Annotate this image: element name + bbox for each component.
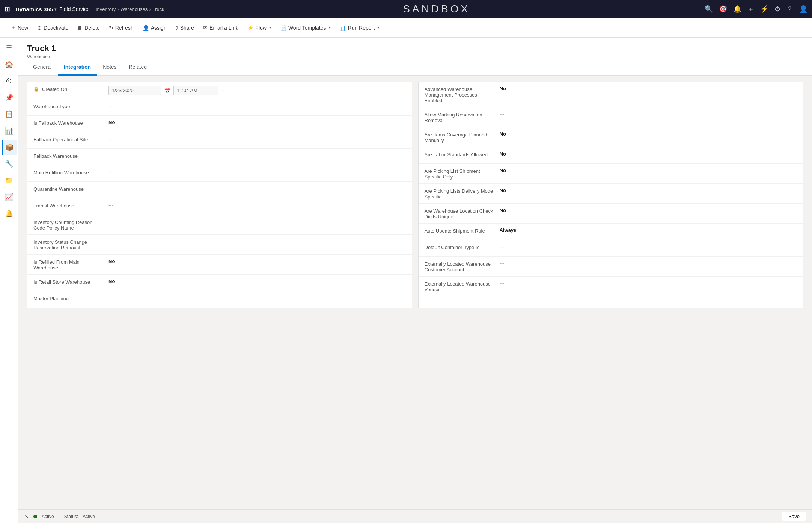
field-row-auto-update: Auto Update Shipment Rule Always xyxy=(419,224,803,240)
refresh-button[interactable]: ↻ Refresh xyxy=(104,23,138,33)
delete-button[interactable]: 🗑 Delete xyxy=(73,23,104,33)
breadcrumb: Inventory › Warehouses › Truck 1 xyxy=(96,6,169,12)
sidebar-toggle[interactable]: ☰ xyxy=(2,41,17,56)
status-expand-icon[interactable]: ⤡ xyxy=(24,513,29,520)
form-content: 🔒 Created On 1/23/2020 📅 11:04 AM ··· Wa… xyxy=(18,76,812,509)
field-row-container-type: Default Container Type Id --- xyxy=(419,240,803,257)
bell-icon[interactable]: 🔔 xyxy=(733,5,741,13)
share-button[interactable]: ⤴ Share xyxy=(171,23,199,33)
field-value-fallback-warehouse: --- xyxy=(108,153,406,158)
time-ellipsis: ··· xyxy=(221,88,226,93)
left-column: 🔒 Created On 1/23/2020 📅 11:04 AM ··· Wa… xyxy=(27,82,412,308)
field-row-fallback-warehouse: Fallback Warehouse --- xyxy=(27,149,412,165)
email-link-button[interactable]: ✉ Email a Link xyxy=(199,23,243,33)
run-report-button[interactable]: 📊 Run Report ▾ xyxy=(335,23,384,33)
field-value-warehouse-type: --- xyxy=(108,103,406,109)
settings-icon[interactable]: ⚙ xyxy=(774,5,780,13)
command-bar: ＋ New ⊙ Deactivate 🗑 Delete ↻ Refresh 👤 … xyxy=(0,18,812,38)
field-value-adv-wm: No xyxy=(500,86,797,91)
lock-icon: 🔒 xyxy=(33,86,39,92)
breadcrumb-truck1[interactable]: Truck 1 xyxy=(152,6,169,12)
field-row-inventory-status: Inventory Status Change Reservation Remo… xyxy=(27,235,412,255)
sidebar-item-files[interactable]: 📁 xyxy=(2,173,17,188)
breadcrumb-warehouses[interactable]: Warehouses xyxy=(121,6,148,12)
field-label-main-refilling: Main Refilling Warehouse xyxy=(33,169,108,175)
field-value-items-coverage: No xyxy=(500,131,797,137)
delete-label: Delete xyxy=(84,25,99,31)
field-value-main-refilling: --- xyxy=(108,169,406,175)
new-button[interactable]: ＋ New xyxy=(6,22,33,33)
sidebar-item-notifications[interactable]: 🔔 xyxy=(2,206,17,221)
field-label-picking-lists-delivery: Are Picking Lists Delivery Mode Specific xyxy=(425,187,500,200)
assign-icon: 👤 xyxy=(143,25,149,31)
sidebar-item-recent[interactable]: ⏱ xyxy=(2,74,17,89)
field-row-main-refilling: Main Refilling Warehouse --- xyxy=(27,165,412,182)
field-value-retail-store: No xyxy=(108,278,406,284)
page-subtitle: Warehouse xyxy=(27,54,803,59)
target-icon[interactable]: 🎯 xyxy=(719,5,727,13)
tab-integration[interactable]: Integration xyxy=(58,59,97,76)
field-label-items-coverage: Are Items Coverage Planned Manually xyxy=(425,131,500,143)
deactivate-button[interactable]: ⊙ Deactivate xyxy=(33,23,73,33)
dynamics-365-label[interactable]: Dynamics 365 xyxy=(15,6,53,12)
field-service-label[interactable]: Field Service xyxy=(59,6,90,12)
brand-area: Dynamics 365 ▾ Field Service xyxy=(15,6,90,12)
field-value-transit: --- xyxy=(108,202,406,208)
waffle-icon[interactable]: ⊞ xyxy=(5,5,10,13)
sidebar-item-tools[interactable]: 🔧 xyxy=(2,156,17,171)
field-value-container-type: --- xyxy=(500,244,797,249)
sidebar-item-pinned[interactable]: 📌 xyxy=(2,90,17,105)
page-title: Truck 1 xyxy=(27,44,803,53)
word-templates-button[interactable]: 📄 Word Templates ▾ xyxy=(276,23,335,33)
tab-notes[interactable]: Notes xyxy=(97,59,123,76)
sidebar-item-tasks[interactable]: 📋 xyxy=(2,107,17,122)
flow-label: Flow xyxy=(255,25,267,31)
new-icon: ＋ xyxy=(11,24,16,31)
field-value-auto-update: Always xyxy=(500,227,797,233)
main-layout: ☰ 🏠 ⏱ 📌 📋 📊 📦 🔧 📁 📈 🔔 Truck 1 Warehouse … xyxy=(0,38,812,523)
field-label-warehouse-type: Warehouse Type xyxy=(33,103,108,109)
date-input[interactable]: 1/23/2020 xyxy=(108,86,161,95)
field-row-transit: Transit Warehouse --- xyxy=(27,198,412,215)
field-label-container-type: Default Container Type Id xyxy=(425,244,500,250)
field-value-fallback-site: --- xyxy=(108,136,406,142)
tab-general[interactable]: General xyxy=(27,59,58,76)
sep2: › xyxy=(149,6,151,12)
field-label-location-check: Are Warehouse Location Check Digits Uniq… xyxy=(425,207,500,219)
calendar-icon[interactable]: 📅 xyxy=(164,88,170,94)
help-icon[interactable]: ？ xyxy=(786,5,793,14)
field-label-master-planning: Master Planning xyxy=(33,295,108,301)
field-label-transit: Transit Warehouse xyxy=(33,202,108,209)
field-label-is-fallback: Is Fallback Warehouse xyxy=(33,119,108,126)
field-label-fallback-warehouse: Fallback Warehouse xyxy=(33,153,108,159)
field-row-picking-list-shipment: Are Picking List Shipment Specific Only … xyxy=(419,164,803,184)
sidebar-item-dashboards[interactable]: 📊 xyxy=(2,123,17,138)
field-value-inventory-counting: --- xyxy=(108,219,406,224)
sidebar-item-reports[interactable]: 📈 xyxy=(2,189,17,204)
sidebar-item-inventory[interactable]: 📦 xyxy=(2,140,17,155)
field-row-quarantine: Quarantine Warehouse --- xyxy=(27,182,412,198)
assign-button[interactable]: 👤 Assign xyxy=(138,23,171,33)
status-label: Status: xyxy=(64,514,78,519)
field-row-adv-wm: Advanced Warehouse Management Processes … xyxy=(419,82,803,107)
status-bar: ⤡ Active | Status: Active Save xyxy=(18,509,812,523)
assign-label: Assign xyxy=(151,25,167,31)
filter-icon[interactable]: ⚡ xyxy=(760,5,768,13)
sidebar-item-home[interactable]: 🏠 xyxy=(2,57,17,72)
top-nav-icons: 🔍 🎯 🔔 ＋ ⚡ ⚙ ？ 👤 xyxy=(705,5,807,14)
save-button[interactable]: Save xyxy=(782,512,806,521)
user-icon[interactable]: 👤 xyxy=(799,5,807,13)
field-value-labor-standards: No xyxy=(500,151,797,157)
search-icon[interactable]: 🔍 xyxy=(705,5,713,13)
plus-icon[interactable]: ＋ xyxy=(747,5,754,14)
tab-related[interactable]: Related xyxy=(123,59,153,76)
breadcrumb-inventory[interactable]: Inventory xyxy=(96,6,116,12)
field-value-quarantine: --- xyxy=(108,186,406,191)
form-columns: 🔒 Created On 1/23/2020 📅 11:04 AM ··· Wa… xyxy=(27,82,803,308)
flow-icon: ⚡ xyxy=(247,25,253,31)
field-row-master-planning: Master Planning xyxy=(27,291,412,308)
time-input[interactable]: 11:04 AM xyxy=(173,86,218,95)
flow-button[interactable]: ⚡ Flow ▾ xyxy=(243,23,276,33)
field-label-adv-wm: Advanced Warehouse Management Processes … xyxy=(425,86,500,103)
field-label-inventory-status: Inventory Status Change Reservation Remo… xyxy=(33,239,108,251)
